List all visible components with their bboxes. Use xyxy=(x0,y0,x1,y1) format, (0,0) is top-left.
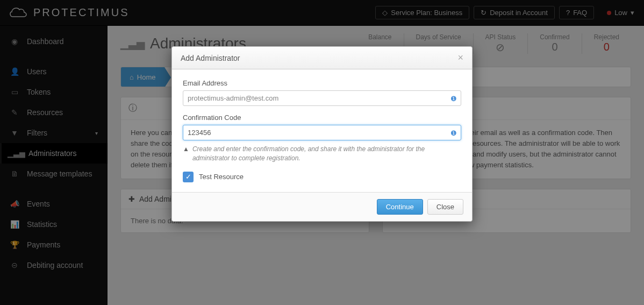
confirmation-code-field[interactable] xyxy=(183,125,461,140)
code-hint: ▲ Create and enter the confirmation code… xyxy=(183,145,461,163)
resource-label: Test Resource xyxy=(199,173,244,181)
email-field[interactable] xyxy=(183,90,461,106)
info-badge-icon[interactable]: ❶ xyxy=(450,94,457,102)
resource-checkbox[interactable]: ✓ xyxy=(183,172,194,182)
modal-overlay: Add Administrator × Email Address ❶ Conf… xyxy=(0,0,644,305)
warning-icon: ▲ xyxy=(183,145,189,163)
add-administrator-modal: Add Administrator × Email Address ❶ Conf… xyxy=(171,46,473,222)
info-badge-icon[interactable]: ❶ xyxy=(450,129,457,137)
close-button[interactable]: Close xyxy=(427,199,463,215)
continue-button[interactable]: Continue xyxy=(377,199,423,215)
close-icon[interactable]: × xyxy=(457,52,463,63)
email-label: Email Address xyxy=(183,79,461,87)
modal-title: Add Administrator xyxy=(181,54,240,62)
code-label: Confirmation Code xyxy=(183,114,461,122)
